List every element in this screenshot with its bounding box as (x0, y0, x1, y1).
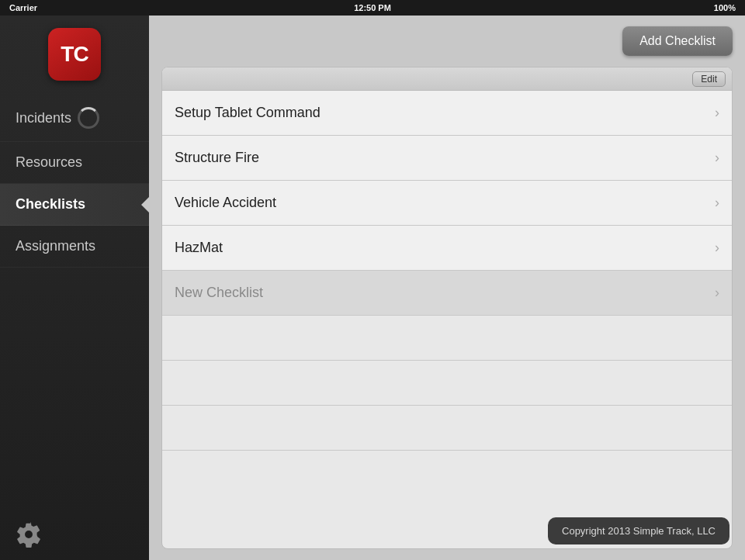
loading-spinner (78, 107, 99, 129)
sidebar-item-label-incidents: Incidents (16, 110, 71, 126)
list-item[interactable]: New Checklist› (162, 271, 732, 316)
add-checklist-button[interactable]: Add Checklist (622, 26, 733, 56)
list-item-text: Setup Tablet Command (175, 105, 321, 121)
chevron-right-icon: › (715, 150, 719, 166)
list-item (162, 406, 732, 451)
app-logo: TC (48, 28, 101, 81)
sidebar-nav: Incidents Resources Checklists Assignmen… (0, 95, 149, 268)
app-container: TC Incidents Resources Checklists Assign… (0, 16, 745, 560)
settings-button[interactable] (16, 521, 42, 548)
list-item-text: HazMat (175, 240, 223, 256)
chevron-right-icon: › (715, 240, 719, 256)
list-item[interactable]: Setup Tablet Command› (162, 91, 732, 136)
carrier-label: Carrier (9, 3, 37, 12)
list-item-text: Structure Fire (175, 150, 259, 166)
checklist-list: Setup Tablet Command›Structure Fire›Vehi… (162, 91, 732, 451)
list-item-text: Vehicle Accident (175, 195, 276, 211)
sidebar-item-checklists[interactable]: Checklists (0, 184, 149, 226)
list-header: Edit (162, 67, 732, 91)
list-item[interactable]: Structure Fire› (162, 136, 732, 181)
sidebar-item-label-resources: Resources (16, 154, 82, 171)
chevron-right-icon: › (715, 195, 719, 211)
sidebar-item-resources[interactable]: Resources (0, 142, 149, 184)
edit-button[interactable]: Edit (692, 71, 726, 87)
main-content: Add Checklist Edit Setup Tablet Command›… (149, 16, 745, 560)
sidebar-item-assignments[interactable]: Assignments (0, 226, 149, 268)
sidebar-item-label-assignments: Assignments (16, 238, 95, 254)
list-item[interactable]: HazMat› (162, 226, 732, 271)
chevron-right-icon: › (715, 285, 719, 301)
status-bar: Carrier 12:50 PM 100% (0, 0, 745, 16)
sidebar: TC Incidents Resources Checklists Assign… (0, 16, 149, 560)
battery-label: 100% (714, 3, 736, 12)
list-item[interactable]: Vehicle Accident› (162, 181, 732, 226)
list-item (162, 316, 732, 361)
time-label: 12:50 PM (354, 3, 391, 12)
checklist-container: Edit Setup Tablet Command›Structure Fire… (161, 67, 733, 549)
chevron-right-icon: › (715, 105, 719, 121)
sidebar-item-incidents[interactable]: Incidents (0, 95, 149, 142)
sidebar-item-label-checklists: Checklists (16, 196, 85, 213)
list-item-text: New Checklist (175, 285, 263, 301)
top-bar: Add Checklist (161, 26, 733, 56)
list-item (162, 361, 732, 406)
